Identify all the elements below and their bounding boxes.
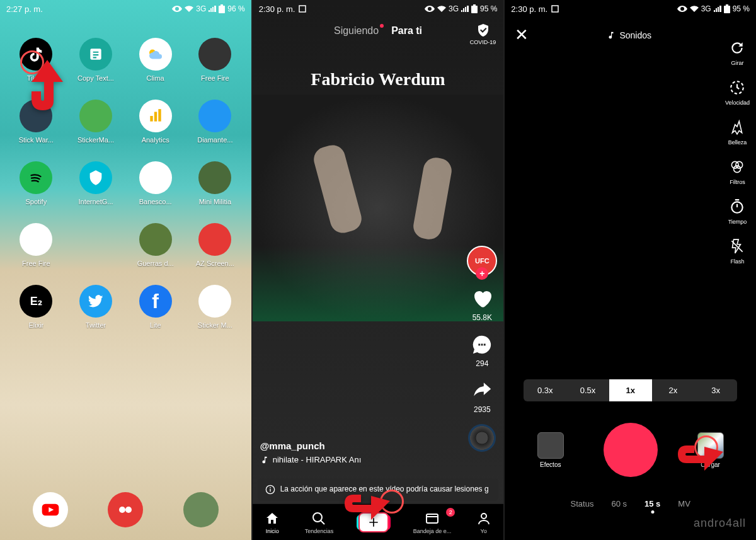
sound-disc[interactable] <box>468 424 496 452</box>
video-username[interactable]: @mma_punch <box>260 440 454 451</box>
stickerm-icon <box>198 285 231 318</box>
app-freefire2[interactable]: Free Fire <box>10 223 62 267</box>
app-label: Guerras d... <box>137 260 174 267</box>
svg-point-17 <box>313 513 322 522</box>
app-stickwar[interactable]: Stick War... <box>10 100 62 144</box>
svg-rect-15 <box>270 489 270 492</box>
svg-point-20 <box>481 514 486 519</box>
bottom-nav: Inicio Tendencias 2 Bandeja de e... Yo <box>253 503 504 540</box>
upload-button[interactable]: Cargar <box>697 432 724 468</box>
sounds-button[interactable]: Sonidos <box>607 30 651 40</box>
wifi-icon <box>690 6 699 12</box>
app-stickerm[interactable]: Sticker M... <box>189 285 241 329</box>
speed-0.5x[interactable]: 0.5x <box>566 379 609 401</box>
tool-flip[interactable]: Girar <box>725 38 750 66</box>
wifi-icon <box>437 6 446 12</box>
app-label: Free Fire <box>22 260 50 267</box>
record-button[interactable] <box>604 423 658 477</box>
app-label: InternetG... <box>78 198 113 205</box>
status-bar: 2:30 p. m. 3G 95 % <box>505 0 756 18</box>
home-icon <box>265 510 280 527</box>
battery-percent: 96 % <box>227 4 244 13</box>
svg-point-9 <box>119 507 125 513</box>
nav-create-button[interactable] <box>358 512 389 532</box>
app-tiktok[interactable]: Tiktok <box>10 38 62 82</box>
tool-flash[interactable]: Flash <box>725 236 750 265</box>
speed-2x[interactable]: 2x <box>652 379 695 401</box>
video-sound[interactable]: nihilate - HIRAPARK Anı <box>260 455 454 464</box>
app-azscreen[interactable]: AZ Screen... <box>189 223 241 267</box>
heart-icon <box>469 286 495 311</box>
app-label: Banesco... <box>139 198 172 205</box>
tool-speed[interactable]: Velocidad <box>725 78 750 106</box>
comment-button[interactable]: 294 <box>469 332 495 368</box>
app-label: StickerMa... <box>77 136 114 144</box>
spotify-icon <box>20 161 52 194</box>
tool-beauty[interactable]: Belleza <box>725 117 750 146</box>
svg-rect-21 <box>552 6 558 12</box>
speed-0.3x[interactable]: 0.3x <box>524 379 566 401</box>
nav-inbox[interactable]: 2 Bandeja de e... <box>413 510 452 534</box>
watermark: andro4all <box>694 517 746 530</box>
stickwar-icon <box>20 100 52 132</box>
svg-point-10 <box>125 507 132 513</box>
app-freefire[interactable]: Free Fire <box>189 38 241 82</box>
nav-home[interactable]: Inicio <box>265 510 280 534</box>
nav-trends[interactable]: Tendencias <box>305 510 334 534</box>
network-label: 3G <box>701 4 711 13</box>
app-spotify[interactable]: Spotify <box>10 161 62 205</box>
tab-foryou[interactable]: Para ti <box>391 25 422 37</box>
covid-button[interactable]: COVID-19 <box>470 23 496 45</box>
status-bar: 2:27 p. m. 3G 96 % <box>0 0 251 18</box>
mode-15s[interactable]: 15 s <box>644 499 660 508</box>
speed-3x[interactable]: 3x <box>694 379 737 401</box>
battery-percent: 95 % <box>733 4 750 13</box>
speed-1x[interactable]: 1x <box>609 379 652 401</box>
effects-thumb <box>537 432 564 459</box>
app-copytext[interactable]: Copy Text... <box>70 38 122 82</box>
banesco-icon <box>139 161 172 194</box>
app-clima[interactable]: Clima <box>129 38 181 82</box>
signal-icon <box>209 6 216 12</box>
lite-icon: f <box>139 285 172 318</box>
like-button[interactable]: 55.8K <box>469 286 495 322</box>
nav-profile[interactable]: Yo <box>476 510 491 534</box>
svg-rect-0 <box>219 6 225 13</box>
app-label: Lite <box>150 321 161 329</box>
app-label: Sticker M... <box>198 321 232 329</box>
tab-following[interactable]: Siguiendo <box>334 25 379 37</box>
app-analytics[interactable]: Analytics <box>129 100 181 144</box>
camera-top-bar: ✕ Sonidos <box>505 25 756 45</box>
svg-rect-1 <box>220 4 223 6</box>
app-banesco[interactable]: Banesco... <box>129 161 181 205</box>
app-internet[interactable]: InternetG... <box>70 161 122 205</box>
app-lite[interactable]: fLite <box>129 285 181 329</box>
profile-avatar[interactable]: UFC+ <box>467 246 497 276</box>
app-diamante[interactable]: Diamante... <box>189 100 241 144</box>
mode-Status[interactable]: Status <box>571 499 594 508</box>
follow-plus-icon[interactable]: + <box>476 267 488 280</box>
close-button[interactable]: ✕ <box>515 25 529 45</box>
signal-icon <box>461 6 469 12</box>
app-guerras[interactable]: Guerras d... <box>129 223 181 267</box>
eye-icon <box>677 6 687 12</box>
dock-recorder[interactable] <box>108 492 143 527</box>
mode-60s[interactable]: 60 s <box>611 499 627 508</box>
tool-filters[interactable]: Filtros <box>725 157 750 185</box>
flip-icon <box>727 38 747 58</box>
share-button[interactable]: 2935 <box>469 378 495 414</box>
effects-button[interactable]: Efectos <box>537 432 564 468</box>
tool-timer[interactable]: Tiempo <box>725 197 750 225</box>
signal-icon <box>714 6 721 12</box>
dock-game[interactable] <box>183 492 219 527</box>
app-elixir[interactable]: E₂Elixir <box>10 285 62 329</box>
warning-banner[interactable]: La acción que aparece en este vídeo podr… <box>258 478 499 501</box>
copytext-icon <box>79 38 112 71</box>
music-note-icon <box>260 456 269 464</box>
app-stickermaker[interactable]: StickerMa... <box>70 100 122 144</box>
app-minimilitia[interactable]: Mini Militia <box>189 161 241 205</box>
camera-tools: Girar Velocidad Belleza Filtros Tiempo F… <box>725 38 750 265</box>
dock-youtube[interactable] <box>33 492 68 527</box>
app-twitter[interactable]: Twitter <box>70 285 122 329</box>
mode-MV[interactable]: MV <box>678 499 690 508</box>
